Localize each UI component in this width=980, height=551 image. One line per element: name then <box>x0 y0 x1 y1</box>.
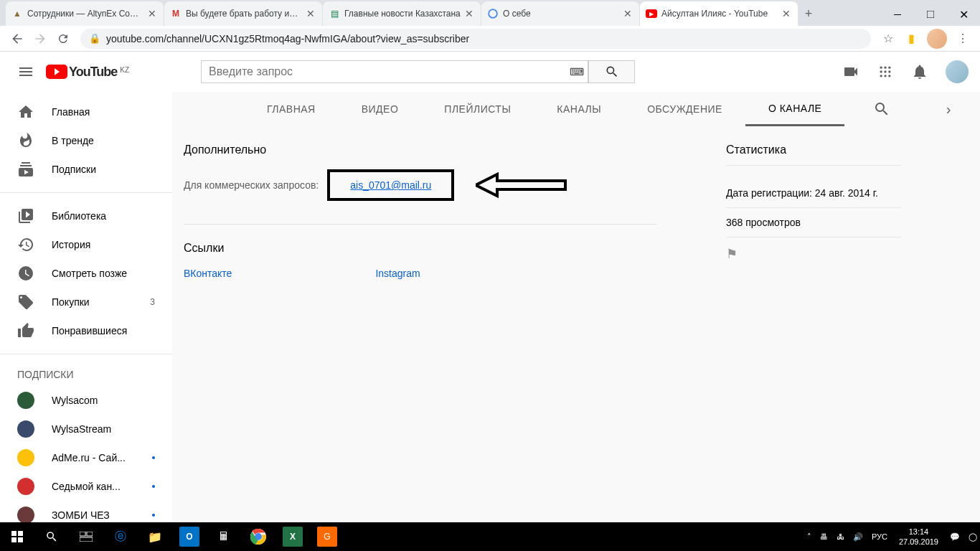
sidebar-item-purchases[interactable]: Покупки 3 <box>0 288 172 316</box>
task-view-icon[interactable] <box>69 522 103 551</box>
calculator-icon[interactable]: 🖩 <box>207 522 241 551</box>
chrome-taskbar-icon[interactable] <box>241 522 275 551</box>
youtube-logo-icon <box>46 65 67 79</box>
close-window-button[interactable]: ✕ <box>947 3 980 26</box>
browser-tab-5[interactable]: ▶ Айсултан Илияс - YouTube ✕ <box>640 1 798 26</box>
browser-tab-strip: ▲ Сотрудники — AltynEx Compa ✕ M Вы буде… <box>0 0 980 26</box>
youtube-logo[interactable]: YouTube KZ <box>46 65 129 80</box>
svg-rect-13 <box>18 531 23 536</box>
edge-icon[interactable]: ⓔ <box>103 522 138 551</box>
channel-search-icon[interactable] <box>867 95 896 123</box>
link-vkontakte[interactable]: ВКонтакте <box>184 268 232 279</box>
tray-printer-icon[interactable]: 🖶 <box>816 532 832 541</box>
tab-discussion[interactable]: ОБСУЖДЕНИЕ <box>624 92 745 126</box>
tab-playlists[interactable]: ПЛЕЙЛИСТЫ <box>421 92 534 126</box>
excel-icon[interactable]: X <box>283 527 303 547</box>
tray-volume-icon[interactable]: 🔊 <box>849 532 867 542</box>
star-icon[interactable]: ☆ <box>880 30 897 47</box>
start-button[interactable] <box>0 522 34 551</box>
svg-point-7 <box>884 70 886 72</box>
trending-icon <box>17 132 34 149</box>
channel-avatar <box>17 478 34 495</box>
browser-tab-4[interactable]: О себе ✕ <box>481 1 639 26</box>
notifications-icon[interactable] <box>905 57 934 86</box>
tray-extra-icon[interactable]: ◯ <box>964 532 980 542</box>
sidebar-sub-item[interactable]: WylsaStream <box>0 415 172 443</box>
tab-videos[interactable]: ВИДЕО <box>339 92 422 126</box>
outlook-icon[interactable]: O <box>179 527 199 547</box>
library-icon <box>17 207 34 225</box>
sidebar-item-label: Wylsacom <box>52 395 155 406</box>
close-icon[interactable]: ✕ <box>781 8 792 19</box>
back-button[interactable] <box>7 29 27 49</box>
email-highlight-box: ais_0701@mail.ru <box>327 169 454 201</box>
explorer-icon[interactable]: 📁 <box>138 522 172 551</box>
new-tab-button[interactable]: + <box>798 1 819 26</box>
svg-rect-1 <box>894 14 901 15</box>
business-email-link[interactable]: ais_0701@mail.ru <box>350 179 431 191</box>
sidebar-sub-item[interactable]: Седьмой кан... <box>0 472 172 501</box>
minimize-button[interactable] <box>881 3 914 26</box>
notifications-tray-icon[interactable]: 💬 <box>946 532 964 542</box>
browser-tab-1[interactable]: ▲ Сотрудники — AltynEx Compa ✕ <box>6 1 164 26</box>
sidebar-item-watch-later[interactable]: Смотреть позже <box>0 259 172 288</box>
close-icon[interactable]: ✕ <box>146 8 158 19</box>
browser-tab-2[interactable]: M Вы будете брать работу или е ✕ <box>164 1 322 26</box>
reload-button[interactable] <box>53 29 73 49</box>
taskbar-clock[interactable]: 13:14 27.09.2019 <box>892 527 946 547</box>
sidebar-item-library[interactable]: Библиотека <box>0 202 172 230</box>
sidebar-item-liked[interactable]: Понравившиеся <box>0 316 172 345</box>
sidebar-heading-subs: ПОДПИСКИ <box>0 363 172 386</box>
search-input[interactable] <box>201 60 588 83</box>
sidebar-item-history[interactable]: История <box>0 230 172 259</box>
browser-tab-3[interactable]: ▤ Главные новости Казахстана ✕ <box>323 1 481 26</box>
chevron-right-icon[interactable]: › <box>934 95 963 123</box>
hamburger-menu-button[interactable] <box>11 57 40 86</box>
link-instagram[interactable]: Instagram <box>375 268 420 279</box>
close-icon[interactable]: ✕ <box>622 8 633 19</box>
keyboard-icon[interactable]: ⌨ <box>565 60 588 83</box>
sidebar-item-subscriptions[interactable]: Подписки <box>0 155 172 184</box>
links-grid: ВКонтакте Instagram <box>184 268 657 279</box>
tab-about[interactable]: О КАНАЛЕ <box>745 92 845 126</box>
sidebar-item-home[interactable]: Главная <box>0 98 172 126</box>
extension-icon[interactable]: ▮ <box>903 30 920 47</box>
apps-grid-icon[interactable] <box>871 57 900 86</box>
close-icon[interactable]: ✕ <box>463 8 475 19</box>
tray-language[interactable]: РУС <box>867 532 892 541</box>
svg-point-8 <box>888 70 890 72</box>
search-button[interactable] <box>588 60 635 83</box>
youtube-icon: ▶ <box>646 8 657 19</box>
search-taskbar-icon[interactable] <box>34 522 69 551</box>
sidebar-sub-item[interactable]: ЗОМБИ ЧЕЗ <box>0 501 172 522</box>
sidebar-item-label: WylsaStream <box>52 423 155 435</box>
user-avatar[interactable] <box>946 60 969 83</box>
tab-home[interactable]: ГЛАВНАЯ <box>244 92 339 126</box>
clock-date: 27.09.2019 <box>899 537 938 547</box>
sidebar-sub-item[interactable]: AdMe.ru - Сай... <box>0 443 172 472</box>
window-controls: ✕ <box>881 3 980 26</box>
app-icon[interactable]: G <box>317 527 337 547</box>
sidebar-divider <box>0 354 172 354</box>
channel-avatar <box>17 392 34 409</box>
sidebar-divider <box>0 192 172 193</box>
maximize-button[interactable] <box>914 3 947 26</box>
sidebar-item-trending[interactable]: В тренде <box>0 126 172 155</box>
svg-rect-2 <box>927 11 934 18</box>
forward-button[interactable] <box>30 29 50 49</box>
report-flag-icon[interactable]: ⚑ <box>726 237 901 270</box>
tray-network-icon[interactable]: 🖧 <box>832 532 849 541</box>
tray-chevron-icon[interactable]: ˄ <box>803 532 816 542</box>
chrome-profile-avatar[interactable] <box>927 29 947 49</box>
tab-channels[interactable]: КАНАЛЫ <box>534 92 624 126</box>
sidebar-sub-item[interactable]: Wylsacom <box>0 386 172 415</box>
sidebar-item-label: Библиотека <box>52 210 155 222</box>
sidebar-item-label: Покупки <box>52 296 150 308</box>
svg-point-9 <box>880 75 882 77</box>
chrome-menu-icon[interactable]: ⋮ <box>954 30 971 47</box>
create-video-icon[interactable] <box>837 57 865 86</box>
svg-point-0 <box>489 9 497 18</box>
svg-rect-16 <box>80 532 85 536</box>
url-bar[interactable]: 🔒 youtube.com/channel/UCXN1gz5Rtmoq4ag-N… <box>80 29 871 49</box>
close-icon[interactable]: ✕ <box>305 8 316 19</box>
